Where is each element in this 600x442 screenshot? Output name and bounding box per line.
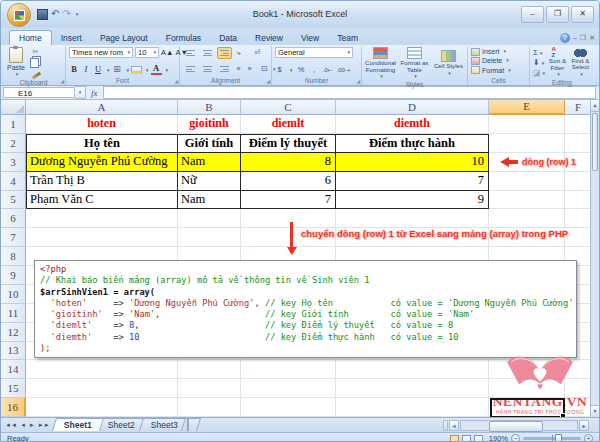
conditional-formatting-button[interactable]: Conditional Formatting▾ [365,47,396,80]
vertical-scroll-thumb[interactable] [592,113,598,171]
cell-C5[interactable]: 7 [241,191,336,210]
row-header-14[interactable]: 14 [1,360,26,379]
first-sheet-icon[interactable]: ◄◄ [4,419,18,431]
insert-function-icon[interactable]: fx [91,88,98,98]
cell-C3[interactable]: 8 [241,153,336,172]
cell-A15[interactable] [26,379,178,398]
cell-E6[interactable] [489,209,565,228]
workbook-close-icon[interactable]: ✕ [589,34,595,42]
font-name-combo[interactable]: Times new rom▾ [69,47,133,58]
cell-C6[interactable] [241,209,336,228]
decrease-indent-icon[interactable]: « [234,64,243,74]
cell-F4[interactable] [565,172,592,191]
sort-filter-button[interactable]: AZ Sort & Filter▾ [548,47,567,78]
select-all-corner[interactable] [1,100,26,115]
cell-C1[interactable]: diemlt [241,115,336,134]
row-header-7[interactable]: 7 [1,228,26,247]
row-header-3[interactable]: 3 [1,153,26,172]
close-button[interactable]: ✕ [571,6,594,23]
increase-indent-icon[interactable]: » [245,64,254,74]
cell-D2[interactable]: Điểm thực hành [336,134,489,153]
clear-icon[interactable]: ◪▾ [533,68,545,77]
format-cells-button[interactable]: Format▾ [471,66,526,75]
row-header-8[interactable]: 8 [1,247,26,266]
tab-review[interactable]: Review [246,31,292,45]
cell-D6[interactable] [336,209,489,228]
cell-F6[interactable] [565,209,592,228]
align-top-icon[interactable] [183,47,198,59]
merge-center-icon[interactable]: ⊡ [260,64,269,74]
cell-B2[interactable]: Giới tính [178,134,241,153]
font-dialog-launcher-icon[interactable]: ◢ [174,78,178,84]
zoom-slider-thumb[interactable] [555,434,562,442]
normal-view-icon[interactable] [450,435,459,442]
cell-B3[interactable]: Nam [178,153,241,172]
cell-A3[interactable]: Dương Nguyễn Phú Cường [26,153,178,172]
workbook-restore-icon[interactable]: ❐ [580,34,586,42]
cell-E2[interactable] [489,134,565,153]
zoom-in-icon[interactable]: + [584,434,593,442]
percent-style-icon[interactable]: % [297,65,306,75]
row-header-12[interactable]: 12 [1,323,26,342]
tab-team[interactable]: Team [328,31,367,45]
column-header-A[interactable]: A [26,100,178,115]
column-header-D[interactable]: D [336,100,489,115]
column-header-B[interactable]: B [178,100,241,115]
tab-page-layout[interactable]: Page Layout [91,31,157,45]
autosum-icon[interactable]: Σ▾ [533,48,545,57]
cell-A4[interactable]: Trần Thị B [26,172,178,191]
fill-color-icon[interactable] [131,66,142,74]
cell-C16[interactable] [241,398,336,417]
font-size-combo[interactable]: 10▾ [135,47,159,58]
tab-formulas[interactable]: Formulas [157,31,210,45]
cell-F7[interactable] [565,228,592,247]
help-icon[interactable]: ? [560,33,570,43]
selected-cell-E16[interactable] [490,398,565,417]
column-header-C[interactable]: C [241,100,336,115]
page-layout-view-icon[interactable] [462,435,471,442]
decrease-decimal-icon[interactable]: .00⇢ [337,65,350,75]
cell-B14[interactable] [178,360,241,379]
cell-F5[interactable] [565,191,592,210]
tab-splitter-handle[interactable] [443,420,448,431]
qat-dropdown-icon[interactable]: ▾ [76,11,79,17]
scroll-down-icon[interactable]: ▼ [591,405,599,417]
column-header-E[interactable]: E [489,100,565,115]
cell-A6[interactable] [26,209,178,228]
last-sheet-icon[interactable]: ►► [37,419,51,431]
wrap-text-icon[interactable]: ⏎ [253,48,262,58]
cell-D5[interactable]: 9 [336,191,489,210]
cell-E1[interactable] [489,115,565,134]
italic-button[interactable]: I [81,64,91,75]
number-dialog-launcher-icon[interactable]: ◢ [356,78,360,84]
cell-styles-button[interactable]: Cell Styles▾ [433,47,464,80]
row-header-11[interactable]: 11 [1,304,26,323]
clipboard-dialog-launcher-icon[interactable]: ◢ [60,78,64,84]
maximize-button[interactable]: ❐ [546,6,569,23]
scroll-right-icon[interactable]: ► [579,420,589,431]
page-break-view-icon[interactable] [474,435,483,442]
cell-C4[interactable]: 6 [241,172,336,191]
cell-A14[interactable] [26,360,178,379]
formula-input[interactable] [103,86,597,99]
cell-D16[interactable] [336,398,489,417]
bold-button[interactable]: B [69,64,79,75]
cell-C15[interactable] [241,379,336,398]
cell-F2[interactable] [565,134,592,153]
grow-font-icon[interactable]: A▲ [161,47,173,58]
cell-B5[interactable]: Nam [178,191,241,210]
tab-insert[interactable]: Insert [52,31,91,45]
cell-A1[interactable]: hoten [26,115,178,134]
row-header-9[interactable]: 9 [1,266,26,285]
office-button-icon[interactable] [7,3,31,27]
borders-icon[interactable]: ⊞ [112,64,123,75]
row-header-16[interactable]: 16 [1,398,26,417]
cell-C14[interactable] [241,360,336,379]
cell-B7[interactable] [178,228,241,247]
row-header-13[interactable]: 13 [1,342,26,361]
paste-button[interactable]: Paste ▾ [5,47,27,78]
insert-cells-button[interactable]: Insert▾ [471,47,526,56]
cell-F1[interactable] [565,115,592,134]
find-select-button[interactable]: Find & Select▾ [570,47,591,78]
fill-icon[interactable]: ⬇▾ [533,58,545,67]
